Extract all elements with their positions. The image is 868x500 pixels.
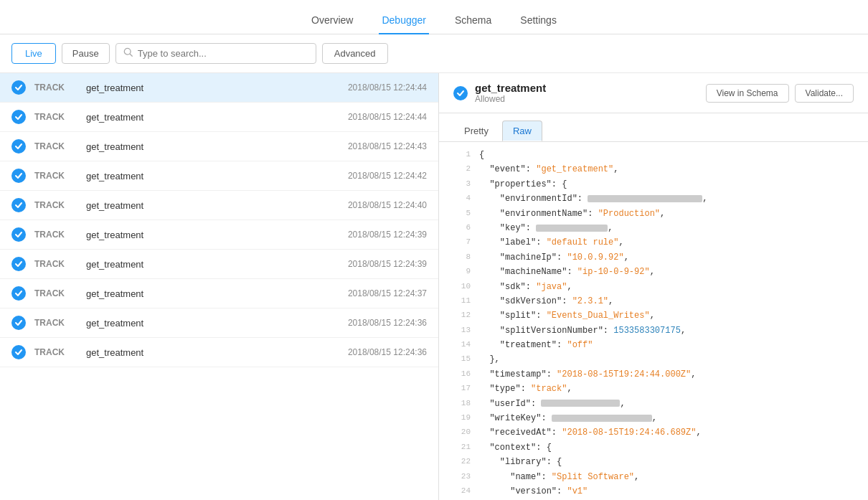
check-icon: [11, 286, 26, 301]
detail-header: get_treatment Allowed View in Schema Val…: [439, 73, 868, 113]
event-row[interactable]: TRACK get_treatment 2018/08/15 12:24:36: [0, 338, 438, 367]
nav-debugger[interactable]: Debugger: [379, 9, 429, 34]
json-line: 15 },: [439, 352, 868, 367]
event-type: TRACK: [34, 347, 77, 357]
event-name: get_treatment: [86, 288, 339, 299]
event-row[interactable]: TRACK get_treatment 2018/08/15 12:24:44: [0, 73, 438, 103]
check-icon: [11, 198, 26, 212]
event-row[interactable]: TRACK get_treatment 2018/08/15 12:24:40: [0, 191, 438, 220]
event-row[interactable]: TRACK get_treatment 2018/08/15 12:24:39: [0, 220, 438, 250]
tab-pretty[interactable]: Pretty: [453, 121, 499, 141]
json-line: 21 "context": {: [439, 440, 868, 455]
top-navigation: Overview Debugger Schema Settings: [0, 0, 868, 34]
json-line: 8 "machineIp": "10.0.9.92",: [439, 250, 868, 265]
event-row[interactable]: TRACK get_treatment 2018/08/15 12:24:39: [0, 250, 438, 279]
event-name: get_treatment: [86, 347, 339, 358]
json-line: 3 "properties": {: [439, 177, 868, 192]
event-time: 2018/08/15 12:24:42: [348, 171, 427, 181]
detail-event-title: get_treatment: [475, 82, 546, 94]
json-line: 20 "receivedAt": "2018-08-15T19:24:46.68…: [439, 425, 868, 440]
json-line: 13 "splitVersionNumber": 1533583307175,: [439, 324, 868, 338]
event-name: get_treatment: [86, 318, 339, 329]
detail-check-icon: [453, 86, 468, 100]
nav-overview[interactable]: Overview: [308, 9, 356, 34]
check-icon: [11, 169, 26, 183]
advanced-button[interactable]: Advanced: [322, 43, 388, 64]
json-line: 24 "version": "v1": [439, 484, 868, 499]
event-time: 2018/08/15 12:24:39: [348, 230, 427, 240]
json-line: 12 "split": "Events_Dual_Writes",: [439, 308, 868, 323]
detail-header-left: get_treatment Allowed: [453, 82, 546, 104]
json-line: 11 "sdkVersion": "2.3.1",: [439, 294, 868, 308]
pause-button[interactable]: Pause: [62, 43, 110, 64]
validate-button[interactable]: Validate...: [795, 84, 854, 103]
json-line: 17 "type": "track",: [439, 382, 868, 396]
nav-schema[interactable]: Schema: [452, 9, 494, 34]
main-layout: TRACK get_treatment 2018/08/15 12:24:44 …: [0, 73, 868, 500]
check-icon: [11, 110, 26, 124]
json-line: 14 "treatment": "off": [439, 338, 868, 352]
detail-title-group: get_treatment Allowed: [475, 82, 546, 104]
event-type: TRACK: [34, 318, 77, 328]
event-time: 2018/08/15 12:24:40: [348, 200, 427, 210]
event-time: 2018/08/15 12:24:36: [348, 318, 427, 328]
event-type: TRACK: [34, 200, 77, 210]
event-type: TRACK: [34, 141, 77, 151]
event-row[interactable]: TRACK get_treatment 2018/08/15 12:24:44: [0, 103, 438, 132]
check-icon: [11, 80, 26, 95]
event-time: 2018/08/15 12:24:37: [348, 288, 427, 298]
event-name: get_treatment: [86, 230, 339, 240]
search-input[interactable]: [138, 48, 308, 59]
json-line: 6 "key": ,: [439, 221, 868, 235]
event-type: TRACK: [34, 230, 77, 240]
search-box: [115, 43, 316, 64]
json-line: 2 "event": "get_treatment",: [439, 162, 868, 176]
event-time: 2018/08/15 12:24:36: [348, 347, 427, 357]
json-line: 4 "environmentId": ,: [439, 192, 868, 206]
event-name: get_treatment: [86, 112, 339, 123]
event-time: 2018/08/15 12:24:39: [348, 259, 427, 269]
event-row[interactable]: TRACK get_treatment 2018/08/15 12:24:37: [0, 279, 438, 308]
event-row[interactable]: TRACK get_treatment 2018/08/15 12:24:43: [0, 132, 438, 161]
event-row[interactable]: TRACK get_treatment 2018/08/15 12:24:36: [0, 308, 438, 338]
event-time: 2018/08/15 12:24:43: [348, 141, 427, 151]
nav-settings[interactable]: Settings: [517, 9, 560, 34]
event-list: TRACK get_treatment 2018/08/15 12:24:44 …: [0, 73, 439, 500]
json-line: 19 "writeKey": ,: [439, 411, 868, 425]
event-name: get_treatment: [86, 141, 339, 152]
view-in-schema-button[interactable]: View in Schema: [706, 84, 789, 103]
event-row[interactable]: TRACK get_treatment 2018/08/15 12:24:42: [0, 161, 438, 191]
search-icon: [123, 47, 133, 60]
json-line: 23 "name": "Split Software",: [439, 470, 868, 484]
json-line: 16 "timestamp": "2018-08-15T19:24:44.000…: [439, 367, 868, 382]
tab-raw[interactable]: Raw: [502, 121, 542, 141]
event-type: TRACK: [34, 288, 77, 298]
event-detail-panel: get_treatment Allowed View in Schema Val…: [439, 73, 868, 500]
json-line: 5 "environmentName": "Production",: [439, 207, 868, 221]
check-icon: [11, 227, 26, 242]
event-type: TRACK: [34, 171, 77, 181]
check-icon: [11, 316, 26, 330]
event-type: TRACK: [34, 259, 77, 269]
check-icon: [11, 139, 26, 154]
event-name: get_treatment: [86, 259, 339, 270]
svg-line-1: [130, 54, 132, 56]
json-line: 18 "userId": ,: [439, 397, 868, 411]
check-icon: [11, 257, 26, 271]
json-content: 1{ 2 "event": "get_treatment", 3 "proper…: [439, 142, 868, 500]
json-line: 10 "sdk": "java",: [439, 280, 868, 294]
detail-actions: View in Schema Validate...: [706, 84, 854, 103]
json-line: 9 "machineName": "ip-10-0-9-92",: [439, 265, 868, 279]
toolbar: Live Pause Advanced: [0, 34, 868, 73]
live-button[interactable]: Live: [11, 43, 56, 64]
event-name: get_treatment: [86, 200, 339, 211]
json-line: 1{: [439, 148, 868, 162]
event-time: 2018/08/15 12:24:44: [348, 82, 427, 93]
event-name: get_treatment: [86, 82, 339, 93]
json-line: 7 "label": "default rule",: [439, 235, 868, 250]
check-icon: [11, 345, 26, 359]
event-type: TRACK: [34, 112, 77, 122]
view-tabs: Pretty Raw: [439, 113, 868, 142]
event-name: get_treatment: [86, 171, 339, 181]
event-time: 2018/08/15 12:24:44: [348, 112, 427, 122]
